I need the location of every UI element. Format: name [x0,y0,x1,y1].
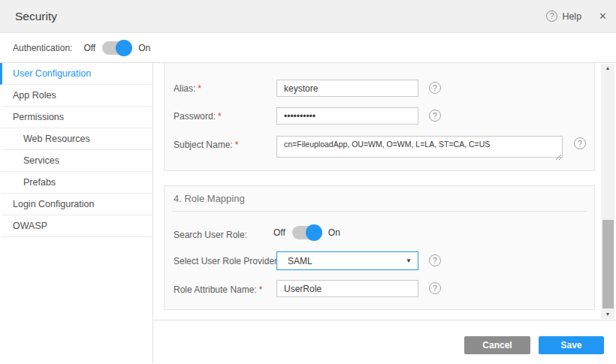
sidebar-item-permissions[interactable]: Permissions [0,107,152,128]
authentication-bar: Authentication: Off On [0,33,616,63]
search-user-role-label: Search User Role: [174,230,247,240]
search-user-role-toggle[interactable] [292,226,322,239]
subject-name-label: Subject Name:* [174,140,238,150]
subject-name-help-icon[interactable]: ? [574,137,586,149]
role-mapping-title: 4. Role Mapping [174,193,245,204]
role-attribute-name-help-icon[interactable]: ? [429,282,441,294]
sidebar-item-app-roles[interactable]: App Roles [0,85,152,107]
scrollbar-thumb[interactable] [602,220,614,308]
scroll-up-icon[interactable]: ▲ [601,64,614,73]
alias-label: Alias:* [174,83,201,94]
required-asterisk: * [259,284,263,295]
sidebar-item-web-resources[interactable]: Web Resources [0,128,152,150]
section-divider [172,211,587,212]
help-label: Help [562,11,581,22]
search-user-role-on-label: On [328,227,340,238]
help-icon: ? [546,11,557,22]
page-title: Security [15,10,57,23]
search-user-role-off-label: Off [273,227,285,238]
security-window: Security ? Help ✕ Authentication: Off On… [0,0,616,364]
authentication-toggle[interactable] [102,41,131,55]
scroll-down-icon[interactable]: ▼ [601,310,614,319]
alias-input[interactable] [276,80,418,97]
authentication-label: Authentication: [13,43,72,53]
sidebar-item-login-configuration[interactable]: Login Configuration [0,194,152,215]
close-icon[interactable]: ✕ [599,11,607,22]
role-attribute-name-label: Role Attribute Name:* [174,284,262,295]
password-label: Password:* [174,111,222,122]
authentication-toggle-group: Off On [83,41,150,55]
chevron-down-icon: ▼ [406,257,412,264]
user-role-provider-help-icon[interactable]: ? [429,254,441,266]
subject-name-textarea[interactable]: cn=FileuploadApp, OU=WM, O=WM, L=LA, ST=… [276,136,563,158]
password-input[interactable] [276,107,418,125]
vertical-scrollbar[interactable]: ▲ ▼ [601,64,614,319]
keystore-panel: Alias:* ? Password:* ? Subject Name:* cn… [164,63,595,171]
alias-help-icon[interactable]: ? [429,82,441,94]
authentication-off-label: Off [83,43,95,53]
authentication-toggle-knob [116,40,132,56]
footer-divider [153,320,616,320]
search-user-role-toggle-group: Off On [273,226,340,239]
role-mapping-panel: 4. Role Mapping Search User Role: Off On… [164,185,595,310]
header-actions: ? Help ✕ [546,11,607,22]
cancel-button[interactable]: Cancel [464,336,530,354]
role-attribute-name-input[interactable] [276,280,418,297]
search-user-role-toggle-knob [306,224,322,241]
help-button[interactable]: ? Help [546,11,581,22]
password-help-icon[interactable]: ? [429,110,441,122]
sidebar-item-prefabs[interactable]: Prefabs [0,172,152,194]
authentication-on-label: On [138,43,150,53]
page-header: Security ? Help ✕ [0,0,616,33]
user-role-provider-label: Select User Role Provider: [174,256,279,266]
sidebar-item-services[interactable]: Services [0,150,152,172]
user-role-provider-value: SAML [288,256,406,266]
required-asterisk: * [198,83,201,94]
sidebar: User Configuration App Roles Permissions… [0,63,153,363]
user-role-provider-select[interactable]: SAML ▼ [276,251,418,270]
sidebar-item-owasp[interactable]: OWASP [0,215,152,237]
required-asterisk: * [218,111,222,122]
save-button[interactable]: Save [539,336,604,354]
main-content: Alias:* ? Password:* ? Subject Name:* cn… [153,63,616,363]
required-asterisk: * [235,140,239,150]
sidebar-item-user-configuration[interactable]: User Configuration [0,63,152,85]
body: User Configuration App Roles Permissions… [0,63,616,363]
